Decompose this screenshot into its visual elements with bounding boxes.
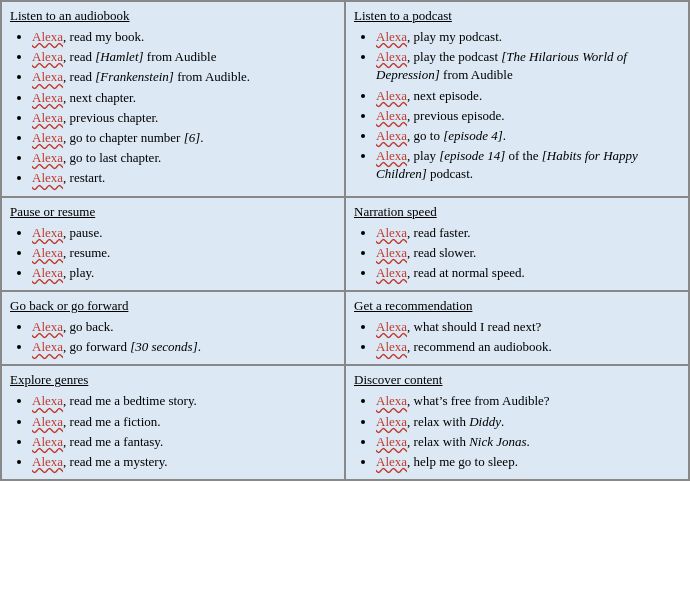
cell-header-pause: Pause or resume — [10, 204, 336, 220]
list-item: Alexa, go forward [30 seconds]. — [32, 338, 336, 356]
list-item: Alexa, read [Frankenstein] from Audible. — [32, 68, 336, 86]
list-item: Alexa, read me a fantasy. — [32, 433, 336, 451]
alexa-wake-word: Alexa — [32, 170, 63, 185]
italic-text: [30 seconds] — [130, 339, 198, 354]
list-recommendation: Alexa, what should I read next?Alexa, re… — [354, 318, 680, 356]
list-item: Alexa, read at normal speed. — [376, 264, 680, 282]
list-narration: Alexa, read faster.Alexa, read slower.Al… — [354, 224, 680, 283]
cell-recommendation: Get a recommendationAlexa, what should I… — [345, 291, 689, 365]
cell-header-genres: Explore genres — [10, 372, 336, 388]
cell-header-recommendation: Get a recommendation — [354, 298, 680, 314]
list-item: Alexa, read my book. — [32, 28, 336, 46]
alexa-wake-word: Alexa — [376, 49, 407, 64]
list-item: Alexa, play my podcast. — [376, 28, 680, 46]
list-item: Alexa, previous chapter. — [32, 109, 336, 127]
list-item: Alexa, restart. — [32, 169, 336, 187]
list-item: Alexa, go to chapter number [6]. — [32, 129, 336, 147]
list-item: Alexa, previous episode. — [376, 107, 680, 125]
italic-text: [episode 14] — [439, 148, 505, 163]
list-discover: Alexa, what’s free from Audible?Alexa, r… — [354, 392, 680, 471]
alexa-wake-word: Alexa — [32, 454, 63, 469]
alexa-wake-word: Alexa — [32, 245, 63, 260]
list-item: Alexa, recommend an audiobook. — [376, 338, 680, 356]
list-item: Alexa, resume. — [32, 244, 336, 262]
list-item: Alexa, go back. — [32, 318, 336, 336]
italic-text-2: [Habits for Happy Children] — [376, 148, 638, 181]
list-item: Alexa, pause. — [32, 224, 336, 242]
list-audiobook: Alexa, read my book.Alexa, read [Hamlet]… — [10, 28, 336, 188]
list-genres: Alexa, read me a bedtime story.Alexa, re… — [10, 392, 336, 471]
list-item: Alexa, what should I read next? — [376, 318, 680, 336]
cell-pause: Pause or resumeAlexa, pause.Alexa, resum… — [1, 197, 345, 292]
list-item: Alexa, relax with Diddy. — [376, 413, 680, 431]
alexa-wake-word: Alexa — [32, 90, 63, 105]
cell-header-discover: Discover content — [354, 372, 680, 388]
list-item: Alexa, read slower. — [376, 244, 680, 262]
list-item: Alexa, next chapter. — [32, 89, 336, 107]
alexa-wake-word: Alexa — [32, 339, 63, 354]
list-item: Alexa, read [Hamlet] from Audible — [32, 48, 336, 66]
list-item: Alexa, next episode. — [376, 87, 680, 105]
cell-header-podcast: Listen to a podcast — [354, 8, 680, 24]
italic-text: Diddy — [469, 414, 501, 429]
alexa-wake-word: Alexa — [32, 393, 63, 408]
italic-text: [The Hilarious World of Depression] — [376, 49, 627, 82]
alexa-wake-word: Alexa — [32, 225, 63, 240]
alexa-wake-word: Alexa — [32, 414, 63, 429]
alexa-wake-word: Alexa — [32, 110, 63, 125]
alexa-wake-word: Alexa — [376, 339, 407, 354]
cell-discover: Discover contentAlexa, what’s free from … — [345, 365, 689, 480]
italic-text: [Hamlet] — [95, 49, 143, 64]
list-item: Alexa, play [episode 14] of the [Habits … — [376, 147, 680, 183]
cell-header-audiobook: Listen to an audiobook — [10, 8, 336, 24]
alexa-wake-word: Alexa — [32, 49, 63, 64]
list-item: Alexa, go to last chapter. — [32, 149, 336, 167]
alexa-wake-word: Alexa — [376, 454, 407, 469]
alexa-wake-word: Alexa — [376, 29, 407, 44]
alexa-wake-word: Alexa — [376, 265, 407, 280]
alexa-wake-word: Alexa — [32, 69, 63, 84]
alexa-wake-word: Alexa — [376, 393, 407, 408]
list-item: Alexa, read me a mystery. — [32, 453, 336, 471]
alexa-wake-word: Alexa — [32, 29, 63, 44]
alexa-wake-word: Alexa — [376, 128, 407, 143]
italic-text: [episode 4] — [443, 128, 503, 143]
cell-genres: Explore genresAlexa, read me a bedtime s… — [1, 365, 345, 480]
list-item: Alexa, help me go to sleep. — [376, 453, 680, 471]
list-podcast: Alexa, play my podcast.Alexa, play the p… — [354, 28, 680, 184]
alexa-wake-word: Alexa — [376, 245, 407, 260]
alexa-wake-word: Alexa — [32, 434, 63, 449]
alexa-wake-word: Alexa — [376, 434, 407, 449]
cell-narration: Narration speedAlexa, read faster.Alexa,… — [345, 197, 689, 292]
alexa-wake-word: Alexa — [376, 414, 407, 429]
cell-header-narration: Narration speed — [354, 204, 680, 220]
italic-text: Nick Jonas — [469, 434, 526, 449]
alexa-wake-word: Alexa — [32, 319, 63, 334]
list-item: Alexa, read faster. — [376, 224, 680, 242]
cell-audiobook: Listen to an audiobookAlexa, read my boo… — [1, 1, 345, 197]
alexa-wake-word: Alexa — [32, 150, 63, 165]
cell-header-goback: Go back or go forward — [10, 298, 336, 314]
list-item: Alexa, relax with Nick Jonas. — [376, 433, 680, 451]
list-item: Alexa, read me a bedtime story. — [32, 392, 336, 410]
alexa-wake-word: Alexa — [376, 88, 407, 103]
list-goback: Alexa, go back.Alexa, go forward [30 sec… — [10, 318, 336, 356]
list-item: Alexa, go to [episode 4]. — [376, 127, 680, 145]
alexa-wake-word: Alexa — [32, 265, 63, 280]
list-item: Alexa, read me a fiction. — [32, 413, 336, 431]
list-pause: Alexa, pause.Alexa, resume.Alexa, play. — [10, 224, 336, 283]
main-grid: Listen to an audiobookAlexa, read my boo… — [0, 0, 690, 481]
italic-text: [Frankenstein] — [95, 69, 174, 84]
alexa-wake-word: Alexa — [32, 130, 63, 145]
alexa-wake-word: Alexa — [376, 319, 407, 334]
alexa-wake-word: Alexa — [376, 225, 407, 240]
italic-text: [6] — [184, 130, 201, 145]
alexa-wake-word: Alexa — [376, 148, 407, 163]
list-item: Alexa, what’s free from Audible? — [376, 392, 680, 410]
list-item: Alexa, play. — [32, 264, 336, 282]
cell-goback: Go back or go forwardAlexa, go back.Alex… — [1, 291, 345, 365]
alexa-wake-word: Alexa — [376, 108, 407, 123]
list-item: Alexa, play the podcast [The Hilarious W… — [376, 48, 680, 84]
cell-podcast: Listen to a podcastAlexa, play my podcas… — [345, 1, 689, 197]
